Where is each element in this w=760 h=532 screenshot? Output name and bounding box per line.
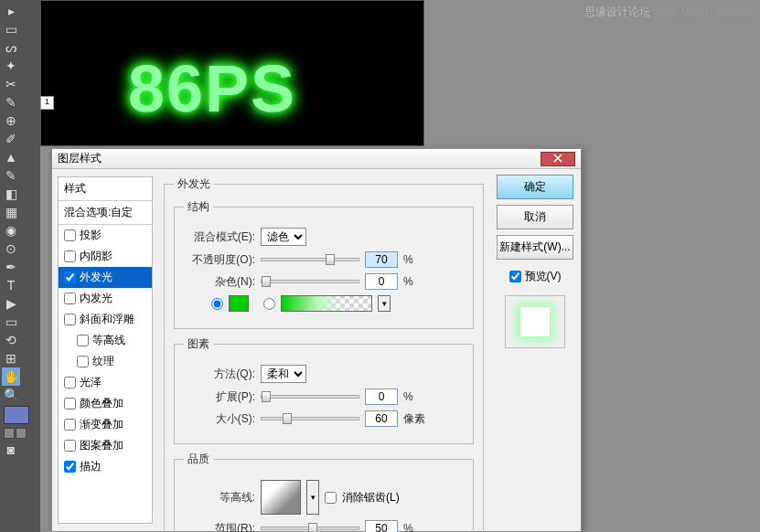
brush-tool[interactable]: ✐ [2,130,20,148]
move-tool[interactable]: ▸ [2,2,20,20]
new-style-button[interactable]: 新建样式(W)... [497,235,573,260]
preview-checkbox[interactable] [509,271,521,282]
zoom-tool[interactable]: 🔍 [2,386,20,404]
satin-checkbox[interactable] [64,377,76,388]
stamp-tool[interactable]: ▲ [2,148,20,166]
style-drop-shadow[interactable]: 投影 [59,225,152,246]
lasso-tool[interactable]: ᔕ [2,38,20,57]
quality-legend: 品质 [184,452,213,467]
color-overlay-checkbox[interactable] [64,398,76,410]
opacity-slider[interactable] [261,258,359,261]
style-pattern-overlay[interactable]: 图案叠加 [59,435,152,456]
quality-group: 品质 等高线: ▾ 消除锯齿(L) 范围(R): % [174,452,474,532]
gradient-overlay-checkbox[interactable] [64,419,76,431]
elements-group: 图素 方法(Q): 柔和 扩展(P): % 大小(S): [174,336,474,444]
camera-tool[interactable]: ⊞ [2,349,20,367]
path-select[interactable]: ▶ [2,294,20,313]
technique-select[interactable]: 柔和 [261,365,306,383]
blend-options[interactable]: 混合选项:自定 [59,201,152,225]
gradient-tool[interactable]: ▦ [2,203,20,221]
inner-shadow-checkbox[interactable] [64,250,76,262]
ruler-mark: 1 [40,96,54,110]
drop-shadow-checkbox[interactable] [64,229,76,241]
solid-color-radio[interactable] [211,298,223,310]
noise-input[interactable] [365,273,398,290]
contour-checkbox[interactable] [77,335,89,346]
style-bevel[interactable]: 斜面和浮雕 [59,309,152,330]
type-tool[interactable]: T [2,276,20,294]
opacity-label: 不透明度(O): [184,252,255,268]
history-brush[interactable]: ✎ [2,166,20,185]
style-outer-glow[interactable]: 外发光 [59,267,152,288]
bevel-checkbox[interactable] [64,314,76,325]
spread-input[interactable] [365,388,398,405]
crop-tool[interactable]: ✂ [2,75,20,93]
outer-glow-group: 外发光 结构 混合模式(E): 滤色 不透明度(O): % 杂色(N): [164,176,484,532]
dialog-right-column: 确定 取消 新建样式(W)... 预览(V) [489,169,581,531]
eyedrop-tool[interactable]: ✎ [2,93,20,112]
3d-tool[interactable]: ⟲ [2,331,20,349]
structure-legend: 结构 [184,199,213,215]
antialias-label: 消除锯齿(L) [342,490,400,505]
cancel-button[interactable]: 取消 [497,205,573,229]
watermark: 思缘设计论坛 WWW.MISSYUAN.COM [584,5,753,20]
style-contour[interactable]: 等高线 [59,330,152,351]
size-label: 大小(S): [184,411,255,427]
blend-mode-select[interactable]: 滤色 [261,228,306,246]
ok-button[interactable]: 确定 [497,175,573,199]
structure-group: 结构 混合模式(E): 滤色 不透明度(O): % 杂色(N): [174,199,474,329]
glow-gradient[interactable] [281,295,372,312]
marquee-tool[interactable]: ▭ [2,20,20,38]
style-satin[interactable]: 光泽 [59,372,152,393]
contour-dropdown-icon[interactable]: ▾ [306,480,319,515]
technique-label: 方法(Q): [184,367,255,382]
style-inner-shadow[interactable]: 内阴影 [59,246,152,267]
noise-slider[interactable] [261,280,359,283]
quickmask[interactable]: ◙ [2,441,20,459]
style-texture[interactable]: 纹理 [59,351,152,372]
heal-tool[interactable]: ⊕ [2,112,20,130]
spread-slider[interactable] [261,395,359,399]
style-color-overlay[interactable]: 颜色叠加 [59,393,152,414]
texture-checkbox[interactable] [77,356,89,367]
color-swap[interactable] [2,426,38,441]
noise-unit: % [403,275,413,288]
stroke-checkbox[interactable] [64,461,76,473]
eraser-tool[interactable]: ◧ [2,185,20,203]
opacity-input[interactable] [365,251,398,268]
size-slider[interactable] [261,417,359,420]
styles-list: 样式 混合选项:自定 投影 内阴影 外发光 内发光 斜面和浮雕 等高线 纹理 光… [58,176,153,524]
range-label: 范围(R): [184,521,255,533]
pattern-overlay-checkbox[interactable] [64,440,76,452]
outer-glow-legend: 外发光 [174,176,214,192]
style-inner-glow[interactable]: 内发光 [59,288,152,309]
wand-tool[interactable]: ✦ [2,57,20,75]
gradient-dropdown-icon[interactable]: ▾ [378,295,391,312]
style-gradient-overlay[interactable]: 渐变叠加 [59,414,152,435]
dodge-tool[interactable]: ⊙ [2,239,20,258]
styles-header[interactable]: 样式 [59,177,152,201]
size-input[interactable] [365,410,398,427]
gradient-radio[interactable] [263,298,275,310]
range-slider[interactable] [261,527,359,530]
glow-color-swatch[interactable] [229,295,249,312]
pen-tool[interactable]: ✒ [2,258,20,276]
hand-tool[interactable]: ✋ [2,367,20,386]
outer-glow-checkbox[interactable] [64,271,76,283]
close-button[interactable] [541,152,575,166]
contour-picker[interactable] [261,480,301,515]
range-input[interactable] [365,520,398,532]
antialias-checkbox[interactable] [325,492,337,504]
blur-tool[interactable]: ◉ [2,221,20,239]
style-stroke[interactable]: 描边 [59,456,152,477]
foreground-color[interactable] [4,406,29,424]
shape-tool[interactable]: ▭ [2,313,20,331]
preview-label: 预览(V) [525,269,562,284]
inner-glow-checkbox[interactable] [64,293,76,304]
elements-legend: 图素 [184,336,213,352]
watermark-site: 思缘设计论坛 [584,5,650,18]
layer-style-dialog: 图层样式 样式 混合选项:自定 投影 内阴影 外发光 内发光 斜面和浮雕 等高线… [51,148,582,532]
size-unit: 像素 [403,411,425,427]
settings-panels: 外发光 结构 混合模式(E): 滤色 不透明度(O): % 杂色(N): [158,169,489,531]
noise-label: 杂色(N): [184,274,255,290]
